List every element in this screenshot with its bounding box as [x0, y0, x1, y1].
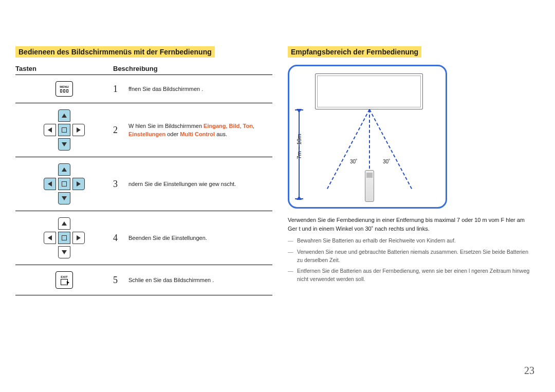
- dpad-down-icon: [58, 138, 70, 151]
- text: W hlen Sie im Bildschirmmen: [128, 123, 203, 129]
- menu-button-icon: MENU: [55, 81, 73, 97]
- note-text: Entfernen Sie die Batterien aus der Fern…: [297, 267, 534, 284]
- dpad-icon: [44, 217, 85, 258]
- table-row: EXIT 5 Schlie en Sie das Bildschirmmen .: [15, 265, 272, 295]
- table-row: 3 ndern Sie die Einstellungen wie gew ns…: [15, 157, 272, 211]
- page-number: 23: [524, 365, 534, 377]
- remote-icon: [365, 170, 374, 202]
- button-illustration-exit: EXIT: [15, 271, 113, 289]
- highlight: Bild: [229, 123, 240, 129]
- right-column: Empfangsbereich der Fernbedienung 30˚ 30…: [288, 46, 534, 295]
- page: Bedieneen des Bildschirmmenüs mit der Fe…: [0, 0, 555, 392]
- dash-icon: ―: [288, 267, 297, 284]
- dpad-left-icon: [44, 124, 56, 136]
- dpad-center-icon: [58, 232, 70, 244]
- button-illustration-menu: MENU: [15, 81, 113, 97]
- step-number: 4: [113, 233, 128, 244]
- dpad-right-icon: [72, 178, 85, 190]
- text: ,: [253, 123, 254, 129]
- section-title-right: Empfangsbereich der Fernbedienung: [288, 46, 421, 58]
- table-row: MENU 1 ffnen Sie das Bildschirmmen .: [15, 75, 272, 103]
- table-header: Tasten Beschreibung: [15, 65, 272, 75]
- dpad-up-icon: [58, 109, 70, 122]
- step-number: 5: [113, 275, 128, 286]
- dpad-icon: [44, 163, 85, 204]
- dash-icon: ―: [288, 248, 297, 265]
- button-illustration-dpad: [15, 163, 113, 204]
- columns: Bedieneen des Bildschirmmenüs mit der Fe…: [15, 46, 534, 295]
- step-number: 1: [113, 84, 128, 95]
- dpad-center-icon: [58, 178, 70, 190]
- col-header-tasten: Tasten: [15, 65, 113, 72]
- reception-body-text: Verwenden Sie die Fernbedienung in einer…: [288, 216, 534, 233]
- step-description: Schlie en Sie das Bildschirmmen .: [128, 276, 272, 285]
- step-description: Beenden Sie die Einstellungen.: [128, 234, 272, 242]
- beam-left-icon: [327, 109, 370, 189]
- dpad-up-icon: [58, 163, 70, 176]
- note-text: Verwenden Sie neue und gebrauchte Batter…: [297, 248, 534, 265]
- text: oder: [167, 131, 180, 137]
- left-column: Bedieneen des Bildschirmmenüs mit der Fe…: [15, 46, 272, 295]
- dpad-center-icon: [58, 124, 70, 136]
- angle-right-label: 30˚: [383, 159, 390, 164]
- button-illustration-dpad: [15, 217, 113, 258]
- exit-glyph-icon: [61, 279, 68, 285]
- step-number: 3: [113, 179, 128, 190]
- distance-label: 7m ~ 10m: [296, 134, 302, 159]
- step-number: 2: [113, 125, 128, 136]
- dpad-left-icon: [44, 232, 56, 244]
- highlight: Einstellungen: [128, 131, 165, 137]
- highlight: Eingang: [203, 123, 226, 129]
- note-item: ― Bewahren Sie Batterien au erhalb der R…: [288, 237, 534, 245]
- beam-right-icon: [369, 109, 412, 189]
- col-header-beschreibung: Beschreibung: [113, 65, 272, 72]
- note-item: ― Verwenden Sie neue und gebrauchte Batt…: [288, 248, 534, 265]
- step-description: W hlen Sie im Bildschirmmen Eingang, Bil…: [128, 122, 272, 139]
- dpad-down-icon: [58, 246, 70, 258]
- dpad-left-icon: [44, 178, 56, 190]
- button-illustration-dpad: [15, 109, 113, 151]
- text: aus.: [216, 131, 227, 137]
- note-item: ― Entfernen Sie die Batterien aus der Fe…: [288, 267, 534, 284]
- exit-button-icon: EXIT: [55, 271, 73, 289]
- step-description: ndern Sie die Einstellungen wie gew nsch…: [128, 180, 272, 189]
- dpad-up-icon: [58, 217, 70, 230]
- dash-icon: ―: [288, 237, 297, 245]
- highlight: Ton: [243, 123, 253, 129]
- exit-button-label: EXIT: [61, 275, 67, 278]
- dpad-down-icon: [58, 192, 70, 204]
- table-row: 4 Beenden Sie die Einstellungen.: [15, 211, 272, 265]
- angle-left-label: 30˚: [350, 159, 357, 164]
- reception-diagram: 30˚ 30˚ 7m ~ 10m: [288, 65, 447, 209]
- highlight: Multi Control: [180, 131, 215, 137]
- tv-icon: [315, 73, 423, 109]
- section-title-left: Bedieneen des Bildschirmmenüs mit der Fe…: [15, 46, 215, 58]
- table-row: 2 W hlen Sie im Bildschirmmen Eingang, B…: [15, 103, 272, 157]
- dpad-right-icon: [72, 232, 85, 244]
- menu-bars-icon: [60, 89, 68, 92]
- dpad-icon: [44, 109, 85, 151]
- menu-button-label: MENU: [60, 85, 69, 88]
- dpad-right-icon: [72, 124, 85, 136]
- step-description: ffnen Sie das Bildschirmmen .: [128, 85, 272, 94]
- note-text: Bewahren Sie Batterien au erhalb der Rei…: [297, 237, 534, 245]
